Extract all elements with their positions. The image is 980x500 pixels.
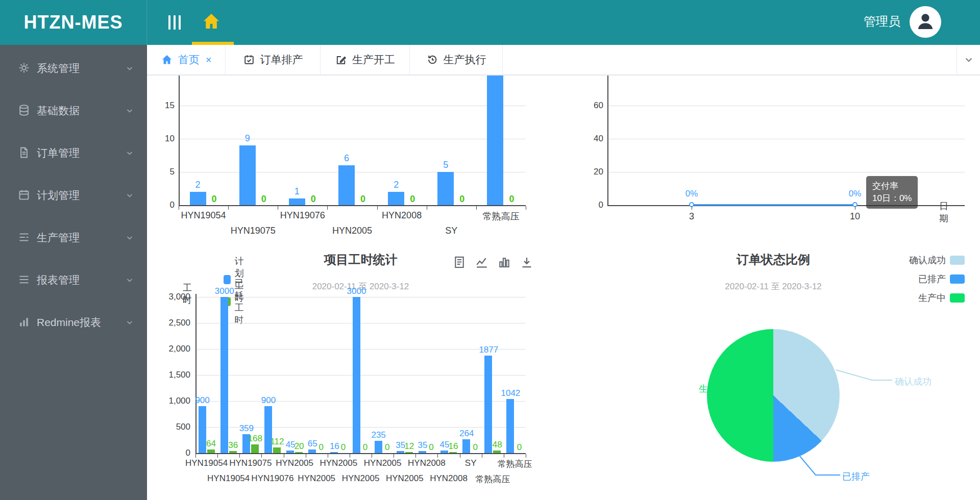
collapse-sidebar-icon[interactable]: [166, 14, 185, 31]
tab-生产开工[interactable]: 生产开工: [321, 45, 410, 74]
chevron-down-icon: [125, 63, 135, 73]
top-header: HTZN-MES 管理员: [0, 0, 980, 45]
tab-label: 订单排产: [260, 53, 303, 67]
bar-value-label: 264: [452, 429, 481, 439]
y-axis-tick-label: 2,500: [159, 318, 190, 328]
toolbox-line-chart-icon[interactable]: [475, 255, 489, 269]
bar-value-label: 5: [435, 160, 456, 170]
sidebar-item-label: 计划管理: [37, 188, 80, 203]
legend-label: 已排产: [918, 273, 946, 285]
gridline: [195, 375, 526, 376]
chart-title: 订单状态比例: [678, 252, 869, 268]
sidebar-item-2[interactable]: 基础数据: [0, 98, 147, 123]
y-axis-tick-label: 10: [156, 134, 175, 144]
sidebar-item-6[interactable]: 报表管理: [0, 268, 147, 292]
sidebar-item-7[interactable]: Redmine报表: [0, 310, 147, 335]
tab-订单排产[interactable]: 订单排产: [226, 45, 321, 74]
sidebar-item-4[interactable]: 计划管理: [0, 183, 147, 208]
user-avatar[interactable]: [910, 6, 941, 38]
x-axis-tick: [482, 454, 482, 458]
pie-slice-label-确认成功: 确认成功: [895, 376, 956, 388]
edit-icon: [335, 54, 347, 66]
toolbox-bar-chart-icon[interactable]: [497, 255, 511, 269]
sidebar-item-5[interactable]: 生产管理: [0, 226, 147, 250]
legend-item-已排产[interactable]: 已排产: [856, 273, 965, 285]
user-name[interactable]: 管理员: [864, 13, 900, 30]
legend-swatch: [950, 256, 965, 265]
home-nav-icon[interactable]: [201, 11, 224, 34]
legend-item-确认成功[interactable]: 确认成功: [856, 254, 965, 266]
tab-首页[interactable]: 首页×: [147, 45, 226, 74]
x-category-label: 常熟高压: [464, 473, 521, 485]
bar-planned: [239, 145, 256, 205]
y-axis-tick-label: 0: [583, 200, 603, 210]
bar-value-label: 2: [386, 180, 406, 190]
sidebar-item-1[interactable]: 系统管理: [0, 56, 147, 81]
gridline: [195, 297, 526, 297]
x-axis-name: 日期: [939, 200, 948, 224]
bar-consumed-hours: [295, 452, 303, 453]
x-axis-tick: [377, 206, 378, 210]
x-category-label: HYN19054: [173, 210, 234, 221]
x-axis-tick: [327, 206, 328, 210]
x-axis-tick: [328, 454, 328, 458]
bar-value-label: 1: [287, 186, 307, 197]
bar-planned-hours: [484, 356, 492, 453]
x-axis-tick: [228, 206, 229, 210]
bar-planned: [289, 198, 305, 205]
bar-value-label: 359: [232, 423, 261, 434]
x-axis-tick: [855, 206, 855, 210]
chevron-down-icon: [125, 148, 135, 158]
y-axis-line: [607, 76, 608, 206]
bar-value-label-green: 0: [306, 194, 321, 205]
x-axis-tick: [306, 454, 306, 458]
bar-planned: [190, 192, 206, 205]
close-tab-icon[interactable]: ×: [206, 54, 212, 66]
tab-生产执行[interactable]: 生产执行: [410, 45, 503, 74]
x-category-label: HYN2008: [371, 210, 432, 221]
y-axis-tick-label: 1,000: [159, 396, 190, 406]
x-axis-tick: [692, 206, 692, 210]
document-icon: [17, 146, 31, 159]
dashboard-content: 0510152020HYN1905490HYN1907510HYN1907660…: [147, 76, 980, 500]
tab-bar: 首页×订单排产生产开工生产执行: [147, 45, 980, 76]
bar-planned: [437, 172, 454, 205]
bar-consumed-hours: [229, 451, 237, 453]
tab-overflow-chevron-down-icon[interactable]: [957, 45, 980, 74]
sidebar-item-3[interactable]: 订单管理: [0, 141, 147, 165]
x-category-label: HYN2005: [322, 226, 383, 236]
x-axis-tick-label: 3: [676, 211, 707, 222]
toolbox-download-icon[interactable]: [520, 255, 534, 269]
bar-value-label-green: 0: [505, 442, 533, 453]
y-axis-tick-label: 2,000: [159, 344, 190, 354]
legend-item-生产中[interactable]: 生产中: [856, 292, 965, 304]
bar-value-label: 1042: [496, 388, 525, 398]
y-axis-tick-label: 0: [156, 200, 175, 210]
chart-tooltip: 交付率10日：0%: [866, 176, 918, 209]
y-axis-tick-label: 0: [159, 448, 190, 458]
x-axis-tick: [476, 206, 477, 210]
x-axis-tick: [437, 454, 438, 458]
bar-planned: [338, 165, 355, 205]
x-category-label: SY: [421, 226, 482, 236]
bar-consumed-hours: [405, 452, 413, 453]
toolbox-data-view-icon[interactable]: [452, 255, 467, 269]
gridline: [607, 172, 965, 172]
x-axis-line: [195, 453, 526, 454]
pie-slice-label-生产中: 生产中: [675, 383, 726, 395]
x-axis-tick-label: 10: [840, 211, 870, 222]
person-icon: [914, 9, 937, 35]
bar-value-label-green: 0: [207, 194, 222, 205]
sidebar-item-label: 系统管理: [37, 61, 80, 76]
bar-value-label: 6: [336, 153, 357, 164]
gridline: [179, 139, 526, 139]
chevron-down-icon: [125, 275, 135, 285]
y-axis-line: [179, 76, 180, 206]
y-axis-tick-label: 20: [583, 167, 603, 177]
sidebar-item-label: 订单管理: [37, 146, 80, 160]
y-axis-tick-label: 20: [156, 76, 175, 78]
sidebar-item-label: 报表管理: [37, 273, 80, 287]
home-icon: [161, 54, 173, 66]
x-axis-tick: [261, 454, 262, 458]
tab-label: 生产执行: [444, 53, 486, 67]
